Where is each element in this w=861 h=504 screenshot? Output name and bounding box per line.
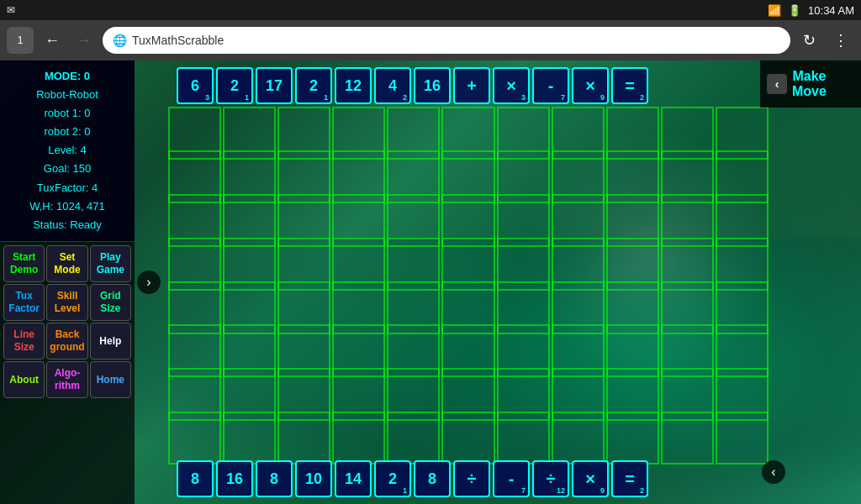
url-text: TuxMathScrabble [132,34,224,47]
scroll-right-arrow[interactable]: › [137,270,161,294]
make-move-arrow: ‹ [767,74,787,94]
line-size-button[interactable]: LineSize [3,323,45,360]
tux-factor-button[interactable]: TuxFactor [3,284,45,321]
grid-cell[interactable] [441,412,494,465]
status-bar: ✉ 📶 🔋 10:34 AM [0,0,861,20]
tile-top-6[interactable]: 16 [414,67,451,104]
grid-size-button[interactable]: GridSize [90,284,131,321]
forward-button[interactable]: → [71,27,98,54]
make-move-button[interactable]: ‹ MakeMove [760,60,861,108]
tuxfactor-label: TuxFactor: 4 [8,179,126,197]
message-icon: ✉ [7,4,15,16]
tile-bot-7[interactable]: ÷ [453,460,490,497]
about-button[interactable]: About [3,361,45,398]
make-move-label: MakeMove [792,69,827,99]
level-label: Level: 4 [8,141,126,160]
tile-bot-0[interactable]: 8 [177,460,214,497]
bottom-scroll-arrow[interactable]: ‹ [762,460,785,484]
type-label: Robot-Robot [8,86,126,104]
status-label: Status: Ready [8,216,126,234]
main-grid [168,107,769,454]
tile-top-9[interactable]: -7 [532,67,569,104]
tile-bot-2[interactable]: 8 [256,460,293,497]
top-tile-strip: 63 21 17 21 12 42 16 + ×3 -7 ×9 =2 [177,67,764,104]
clock: 10:34 AM [808,4,854,17]
bottom-tile-strip: 8 16 8 10 14 21 8 ÷ -7 ÷12 ×9 =2 [177,460,764,497]
tile-top-8[interactable]: ×3 [493,67,530,104]
play-game-button[interactable]: PlayGame [90,245,131,282]
nav-buttons: StartDemo SetMode PlayGame TuxFactor Ski… [0,242,135,402]
background-button[interactable]: Background [46,323,87,360]
tile-bot-8[interactable]: -7 [493,460,530,497]
tile-top-10[interactable]: ×9 [572,67,609,104]
info-box: MODE: 0 Robot-Robot robot 1: 0 robot 2: … [0,60,135,242]
globe-icon: 🌐 [113,34,127,47]
skill-level-button[interactable]: SkillLevel [46,284,87,321]
wifi-icon: 📶 [768,4,781,17]
tile-top-3[interactable]: 21 [295,67,332,104]
tile-bot-6[interactable]: 8 [414,460,451,497]
tile-bot-4[interactable]: 14 [335,460,372,497]
tile-top-0[interactable]: 63 [177,67,214,104]
tab-button[interactable]: 1 [7,27,34,54]
start-demo-button[interactable]: StartDemo [3,245,45,282]
grid-cell[interactable] [661,412,714,465]
wh-label: W,H: 1024, 471 [8,197,126,216]
grid-cell[interactable] [606,412,659,465]
tile-top-4[interactable]: 12 [335,67,372,104]
tile-bot-11[interactable]: =2 [611,460,648,497]
robot1-label: robot 1: 0 [8,104,126,123]
browser-chrome: 1 ← → 🌐 TuxMathScrabble ↻ ⋮ [0,20,861,60]
battery-icon: 🔋 [788,4,801,17]
grid-cell[interactable] [387,412,440,465]
goal-label: Goal: 150 [8,160,126,178]
grid-cell[interactable] [168,412,221,465]
tile-bot-1[interactable]: 16 [216,460,253,497]
tile-bot-5[interactable]: 21 [374,460,411,497]
tile-top-1[interactable]: 21 [216,67,253,104]
left-panel: MODE: 0 Robot-Robot robot 1: 0 robot 2: … [0,60,135,504]
address-bar[interactable]: 🌐 TuxMathScrabble [103,27,790,54]
grid-cell[interactable] [277,412,330,465]
grid-cell[interactable] [497,412,550,465]
back-button[interactable]: ← [39,27,66,54]
robot2-label: robot 2: 0 [8,123,126,141]
tile-top-7[interactable]: + [453,67,490,104]
main-content: MODE: 0 Robot-Robot robot 1: 0 robot 2: … [0,60,861,504]
grid-cell[interactable] [223,412,276,465]
algorithm-button[interactable]: Algo-rithm [46,361,87,398]
tile-bot-3[interactable]: 10 [295,460,332,497]
menu-button[interactable]: ⋮ [827,27,854,54]
tile-top-5[interactable]: 42 [374,67,411,104]
grid-cell[interactable] [552,412,605,465]
grid-cell[interactable] [332,412,385,465]
home-button[interactable]: Home [90,361,131,398]
mode-label: MODE: 0 [8,67,126,86]
tile-top-11[interactable]: =2 [611,67,648,104]
tile-bot-10[interactable]: ×9 [572,460,609,497]
tile-bot-9[interactable]: ÷12 [532,460,569,497]
make-move-area: ‹ MakeMove [760,60,861,504]
refresh-button[interactable]: ↻ [795,27,822,54]
help-button[interactable]: Help [90,323,131,360]
set-mode-button[interactable]: SetMode [46,245,87,282]
tile-top-2[interactable]: 17 [256,67,293,104]
